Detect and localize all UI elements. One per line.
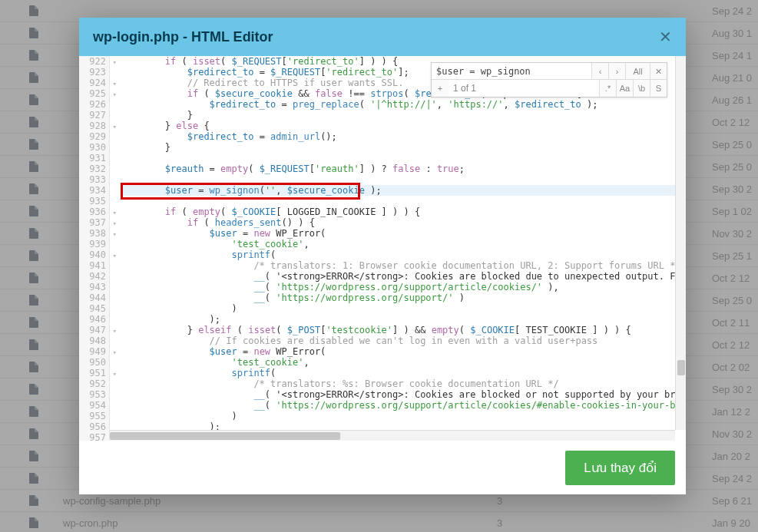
code-line[interactable]: /* translators: %s: Browser cookie docum… <box>121 378 686 389</box>
line-number: 930 <box>79 142 109 153</box>
code-line[interactable]: sprintf( <box>121 249 686 260</box>
selection-toggle[interactable]: S <box>650 80 667 97</box>
code-line[interactable]: $reauth = empty( $_REQUEST['reauth'] ) ?… <box>121 164 686 174</box>
code-line[interactable]: 'test_cookie', <box>121 239 686 249</box>
code-line[interactable]: 'test_cookie', <box>121 357 686 368</box>
line-number: 951 <box>79 368 109 378</box>
code-line[interactable]: ) <box>121 303 686 314</box>
find-prev-button[interactable]: ‹ <box>591 63 608 79</box>
line-number: 938 <box>79 228 109 239</box>
code-line[interactable]: $redirect_to = preg_replace( '|^http://|… <box>121 99 686 110</box>
line-number: 949 <box>79 346 109 357</box>
code-line[interactable]: $redirect_to = admin_url(); <box>121 131 686 142</box>
line-number: 943 <box>79 282 109 292</box>
line-number: 950 <box>79 357 109 368</box>
line-number: 948 <box>79 335 109 346</box>
code-line[interactable]: $user = new WP_Error( <box>121 228 686 239</box>
line-number: 923 <box>79 67 109 78</box>
search-input[interactable] <box>432 63 591 79</box>
code-line[interactable]: } <box>121 142 686 153</box>
line-number: 956 <box>79 421 109 432</box>
code-line[interactable]: ) <box>121 411 686 421</box>
code-area[interactable]: if ( isset( $_REQUEST['redirect_to'] ) )… <box>110 56 686 441</box>
line-number: 939 <box>79 239 109 249</box>
line-number: 925 <box>79 88 109 99</box>
vertical-scrollbar-thumb[interactable] <box>677 360 685 375</box>
line-number: 944 <box>79 292 109 303</box>
line-number: 940 <box>79 249 109 260</box>
replace-toggle-button[interactable]: + <box>432 80 449 97</box>
code-line[interactable]: __( 'https://wordpress.org/support/artic… <box>121 400 686 411</box>
line-number: 953 <box>79 389 109 400</box>
line-number: 936 <box>79 207 109 217</box>
code-line[interactable]: // If cookies are disabled we can't log … <box>121 335 686 346</box>
case-toggle[interactable]: Aa <box>616 80 633 97</box>
close-icon[interactable]: ✕ <box>659 28 672 46</box>
line-number: 924 <box>79 78 109 88</box>
code-line[interactable]: __( '<strong>ERROR</strong>: Cookies are… <box>121 271 686 282</box>
line-number: 931 <box>79 153 109 164</box>
find-replace-panel: ‹ › All ✕ + 1 of 1 .* Aa \b S <box>431 62 667 97</box>
line-number: 932 <box>79 164 109 174</box>
line-number: 935 <box>79 196 109 207</box>
line-number: 927 <box>79 110 109 121</box>
modal-title: wp-login.php - HTML Editor <box>93 29 659 45</box>
line-number: 929 <box>79 131 109 142</box>
modal-footer: Lưu thay đổi <box>79 441 686 494</box>
code-line[interactable]: } <box>121 110 686 121</box>
line-number: 947 <box>79 325 109 335</box>
line-number: 937 <box>79 217 109 228</box>
code-line[interactable]: ); <box>121 314 686 325</box>
horizontal-scrollbar[interactable] <box>110 430 675 441</box>
code-line[interactable]: if ( headers_sent() ) { <box>121 217 686 228</box>
whole-word-toggle[interactable]: \b <box>633 80 650 97</box>
line-number: 955 <box>79 411 109 421</box>
code-line[interactable]: sprintf( <box>121 368 686 378</box>
code-line[interactable]: } else { <box>121 121 686 131</box>
line-number: 942 <box>79 271 109 282</box>
line-number: 928 <box>79 121 109 131</box>
html-editor-modal: wp-login.php - HTML Editor ✕ 92292392492… <box>79 18 686 494</box>
code-line[interactable]: __( 'https://wordpress.org/support/' ) <box>121 292 686 303</box>
search-close-button[interactable]: ✕ <box>650 63 667 79</box>
horizontal-scrollbar-thumb[interactable] <box>110 432 340 440</box>
code-line[interactable]: __( 'https://wordpress.org/support/artic… <box>121 282 686 292</box>
search-result-count: 1 of 1 <box>449 80 599 97</box>
code-line[interactable]: /* translators: 1: Browser cookie docume… <box>121 260 686 271</box>
modal-header: wp-login.php - HTML Editor ✕ <box>79 18 686 56</box>
save-button[interactable]: Lưu thay đổi <box>565 451 675 485</box>
code-line[interactable]: __( '<strong>ERROR</strong>: Cookies are… <box>121 389 686 400</box>
vertical-scrollbar[interactable] <box>675 56 686 430</box>
line-number: 946 <box>79 314 109 325</box>
code-line[interactable] <box>121 174 686 185</box>
code-line[interactable] <box>121 196 686 207</box>
line-number: 926 <box>79 99 109 110</box>
line-number: 941 <box>79 260 109 271</box>
line-number: 934 <box>79 185 109 196</box>
line-number: 933 <box>79 174 109 185</box>
line-number: 922 <box>79 56 109 67</box>
line-number: 952 <box>79 378 109 389</box>
code-line[interactable] <box>121 153 686 164</box>
line-number: 954 <box>79 400 109 411</box>
code-line[interactable]: $user = new WP_Error( <box>121 346 686 357</box>
line-number: 945 <box>79 303 109 314</box>
regex-toggle[interactable]: .* <box>599 80 616 97</box>
line-number: 957 <box>79 432 109 441</box>
find-next-button[interactable]: › <box>608 63 625 79</box>
code-editor[interactable]: 9229239249259269279289299309319329339349… <box>79 56 686 441</box>
line-number-gutter: 9229239249259269279289299309319329339349… <box>79 56 110 441</box>
code-line[interactable]: } elseif ( isset( $_POST['testcookie'] )… <box>121 325 686 335</box>
code-line[interactable]: $user = wp_signon('', $secure_cookie ); <box>121 185 686 196</box>
find-all-button[interactable]: All <box>625 63 650 79</box>
code-line[interactable]: if ( empty( $_COOKIE[ LOGGED_IN_COOKIE ]… <box>121 207 686 217</box>
